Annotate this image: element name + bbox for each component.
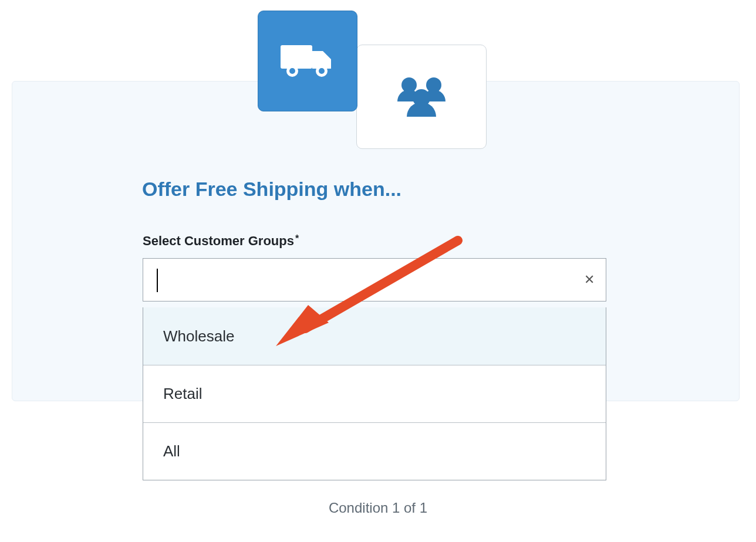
- field-label-text: Select Customer Groups: [143, 233, 294, 248]
- customer-groups-field: Select Customer Groups* ✕: [143, 233, 606, 302]
- option-all[interactable]: All: [143, 422, 606, 480]
- svg-point-2: [289, 68, 295, 74]
- clear-icon[interactable]: ✕: [584, 272, 595, 287]
- section-heading: Offer Free Shipping when...: [142, 178, 401, 201]
- svg-rect-0: [281, 45, 312, 69]
- shipping-tile[interactable]: [258, 11, 357, 111]
- option-wholesale[interactable]: Wholesale: [143, 307, 606, 365]
- option-retail[interactable]: Retail: [143, 365, 606, 422]
- required-asterisk: *: [295, 233, 299, 243]
- group-icon: [389, 72, 454, 121]
- field-label: Select Customer Groups*: [143, 233, 606, 249]
- text-cursor: [157, 269, 158, 292]
- customer-groups-combobox[interactable]: ✕: [143, 258, 606, 302]
- customer-groups-input[interactable]: [143, 258, 606, 302]
- customer-group-tile[interactable]: [356, 45, 487, 149]
- customer-groups-dropdown: Wholesale Retail All: [143, 307, 606, 480]
- icon-tiles: [258, 11, 487, 149]
- svg-point-4: [319, 68, 325, 74]
- truck-icon: [278, 39, 337, 83]
- condition-counter: Condition 1 of 1: [0, 500, 756, 516]
